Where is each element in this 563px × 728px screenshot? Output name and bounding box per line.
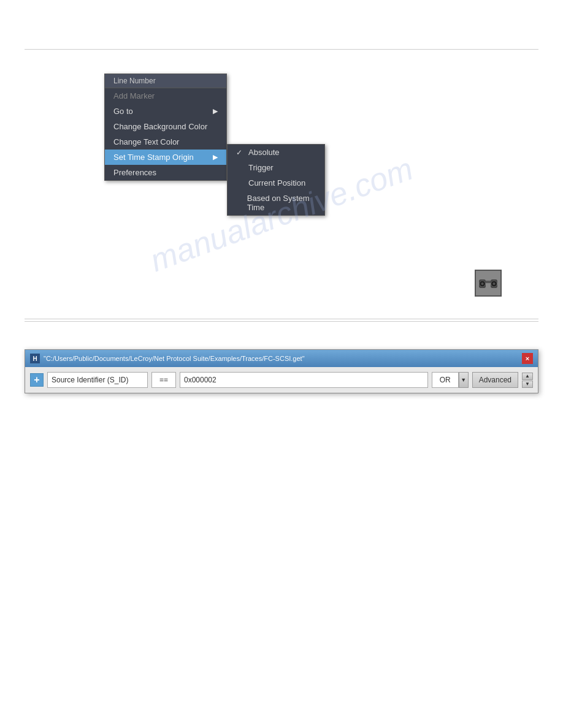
menu-item-change-text-color-label: Change Text Color (113, 137, 179, 146)
filter-field-input[interactable] (47, 372, 148, 388)
svg-point-5 (481, 282, 484, 285)
menu-item-add-marker[interactable]: Add Marker (105, 88, 226, 104)
logic-dropdown-group: ▼ (432, 372, 469, 388)
submenu-item-current-position-label: Current Position (248, 178, 305, 188)
scroll-down-button[interactable]: ▼ (522, 381, 533, 388)
go-to-arrow-icon: ▶ (213, 107, 218, 115)
menu-item-set-time-stamp[interactable]: Set Time Stamp Origin ▶ (105, 150, 226, 165)
submenu-wrapper: ✓ Absolute Trigger Current Position Base… (227, 144, 325, 216)
context-menu: Line Number Add Marker Go to ▶ Change Ba… (104, 74, 227, 181)
binoculars-icon[interactable] (475, 270, 502, 297)
menu-item-change-bg-color[interactable]: Change Background Color (105, 119, 226, 134)
context-menu-header-label: Line Number (113, 77, 156, 85)
svg-point-6 (493, 282, 496, 285)
scroll-up-button[interactable]: ▲ (522, 373, 533, 380)
filter-dialog: H "C:/Users/Public/Documents/LeCroy/Net … (25, 349, 538, 393)
filter-dialog-body: + ▼ Advanced ▲ ▼ (25, 367, 538, 393)
absolute-check-icon: ✓ (236, 148, 245, 157)
submenu-item-based-on-system-time-label: Based on System Time (247, 194, 316, 212)
menu-item-preferences-label: Preferences (113, 168, 156, 177)
menu-item-add-marker-label: Add Marker (113, 91, 155, 100)
titlebar-app-icon: H (30, 354, 40, 363)
filter-logic-input[interactable] (432, 372, 459, 388)
filter-dialog-titlebar: H "C:/Users/Public/Documents/LeCroy/Net … (25, 350, 538, 367)
context-menu-header: Line Number (105, 74, 226, 88)
submenu-item-trigger-label: Trigger (248, 163, 274, 172)
menu-item-preferences[interactable]: Preferences (105, 165, 226, 180)
add-filter-button[interactable]: + (30, 373, 44, 387)
titlebar-left: H "C:/Users/Public/Documents/LeCroy/Net … (30, 354, 305, 363)
submenu-set-time-stamp: ✓ Absolute Trigger Current Position Base… (227, 144, 325, 216)
top-divider (25, 49, 538, 50)
submenu-item-current-position[interactable]: Current Position (228, 175, 324, 191)
set-time-stamp-arrow-icon: ▶ (213, 153, 218, 161)
menu-item-go-to[interactable]: Go to ▶ (105, 104, 226, 119)
submenu-item-absolute-label: Absolute (248, 148, 280, 157)
filter-value-input[interactable] (180, 372, 428, 388)
svg-rect-2 (486, 281, 491, 283)
filter-op-input[interactable] (151, 372, 176, 388)
advanced-button[interactable]: Advanced (472, 372, 518, 388)
filter-dialog-title: "C:/Users/Public/Documents/LeCroy/Net Pr… (44, 355, 305, 362)
submenu-item-trigger[interactable]: Trigger (228, 160, 324, 175)
menu-item-change-text-color[interactable]: Change Text Color (105, 134, 226, 150)
context-menu-container: Line Number Add Marker Go to ▶ Change Ba… (104, 74, 227, 181)
titlebar-icon-label: H (33, 355, 37, 362)
close-button[interactable]: × (522, 353, 533, 364)
menu-item-change-bg-color-label: Change Background Color (113, 122, 207, 131)
logic-dropdown-arrow[interactable]: ▼ (459, 372, 469, 388)
mid-divider-1 (25, 319, 538, 319)
submenu-item-absolute[interactable]: ✓ Absolute (228, 145, 324, 160)
submenu-item-based-on-system-time[interactable]: Based on System Time (228, 191, 324, 215)
menu-item-go-to-label: Go to (113, 107, 133, 116)
menu-item-set-time-stamp-label: Set Time Stamp Origin (113, 153, 194, 162)
scroll-buttons: ▲ ▼ (522, 373, 533, 388)
mid-divider-2 (25, 321, 538, 322)
